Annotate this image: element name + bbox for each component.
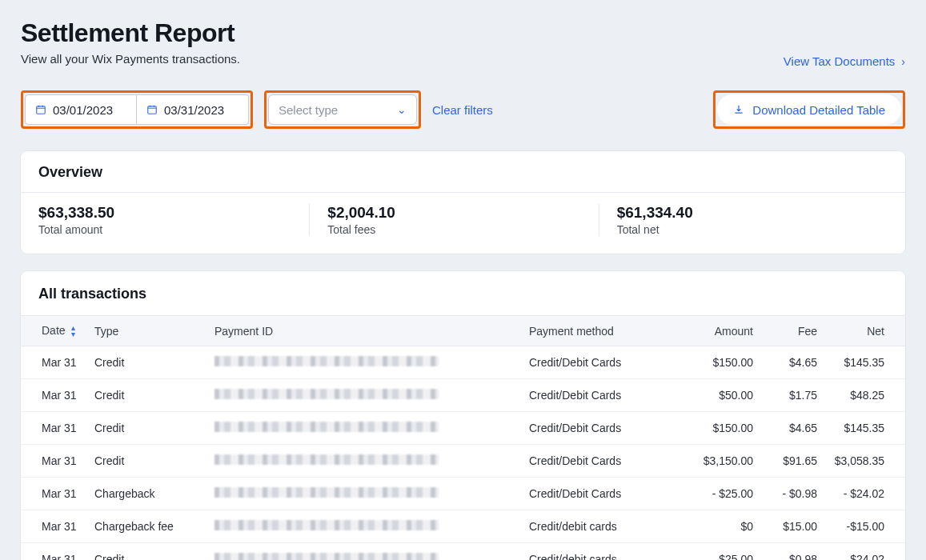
cell-fee: $4.65 xyxy=(753,412,817,445)
cell-amount: - $25.00 xyxy=(665,478,753,510)
cell-net: $48.25 xyxy=(817,379,905,412)
calendar-icon xyxy=(35,104,46,115)
date-to-input[interactable]: 03/31/2023 xyxy=(137,94,249,125)
cell-date: Mar 31 xyxy=(21,478,94,510)
clear-filters-link[interactable]: Clear filters xyxy=(432,103,493,117)
redacted-payment-id xyxy=(214,356,439,366)
download-table-button[interactable]: Download Detailed Table xyxy=(717,94,901,125)
stat-total-fees: $2,004.10 Total fees xyxy=(309,204,598,236)
redacted-payment-id xyxy=(214,487,439,498)
svg-rect-1 xyxy=(148,106,157,114)
stat-value: $2,004.10 xyxy=(327,204,582,222)
chevron-right-icon: › xyxy=(901,55,905,68)
col-header-amount[interactable]: Amount xyxy=(665,316,753,346)
cell-net: $3,058.35 xyxy=(817,445,905,478)
cell-amount: $50.00 xyxy=(665,379,753,412)
cell-date: Mar 31 xyxy=(21,510,94,543)
cell-type: Credit xyxy=(94,379,214,412)
svg-rect-0 xyxy=(37,106,46,114)
overview-heading: Overview xyxy=(21,151,905,193)
cell-fee: - $0.98 xyxy=(753,478,817,510)
cell-type: Credit xyxy=(94,543,214,560)
cell-fee: $4.65 xyxy=(753,346,817,379)
cell-fee: $15.00 xyxy=(753,510,817,543)
cell-type: Chargeback fee xyxy=(94,510,214,543)
download-label: Download Detailed Table xyxy=(752,103,885,117)
col-header-date[interactable]: Date ▴▾ xyxy=(21,316,94,346)
date-range-highlight: 03/01/2023 03/31/2023 xyxy=(21,90,253,129)
stat-label: Total net xyxy=(617,223,872,236)
col-header-date-label: Date xyxy=(42,324,66,337)
cell-net: $24.02 xyxy=(817,543,905,560)
cell-fee: $0.98 xyxy=(753,543,817,560)
cell-payment-method: Credit/Debit Cards xyxy=(529,379,665,412)
cell-date: Mar 31 xyxy=(21,445,94,478)
stat-total-net: $61,334.40 Total net xyxy=(599,204,888,236)
cell-fee: $1.75 xyxy=(753,379,817,412)
cell-payment-method: Credit/Debit Cards xyxy=(529,412,665,445)
table-row[interactable]: Mar 31CreditCredit/Debit Cards$3,150.00$… xyxy=(21,445,905,478)
tax-link-label: View Tax Documents xyxy=(784,54,896,68)
table-row[interactable]: Mar 31CreditCredit/Debit Cards$50.00$1.7… xyxy=(21,379,905,412)
cell-type: Credit xyxy=(94,445,214,478)
sort-indicator-icon: ▴▾ xyxy=(71,325,75,338)
date-to-value: 03/31/2023 xyxy=(164,103,224,117)
cell-type: Credit xyxy=(94,412,214,445)
download-icon xyxy=(733,104,744,115)
page-title: Settlement Report xyxy=(21,19,240,47)
table-row[interactable]: Mar 31Chargeback feeCredit/debit cards$0… xyxy=(21,510,905,543)
redacted-payment-id xyxy=(214,520,439,530)
table-row[interactable]: Mar 31CreditCredit/debit cards$25.00$0.9… xyxy=(21,543,905,560)
cell-payment-method: Credit/debit cards xyxy=(529,543,665,560)
date-from-input[interactable]: 03/01/2023 xyxy=(25,94,137,125)
view-tax-documents-link[interactable]: View Tax Documents › xyxy=(784,54,905,68)
overview-card: Overview $63,338.50 Total amount $2,004.… xyxy=(21,151,905,254)
cell-amount: $150.00 xyxy=(665,346,753,379)
cell-amount: $150.00 xyxy=(665,412,753,445)
stat-total-amount: $63,338.50 Total amount xyxy=(38,204,309,236)
col-header-payment-method[interactable]: Payment method xyxy=(529,316,665,346)
cell-net: $145.35 xyxy=(817,412,905,445)
stat-label: Total fees xyxy=(327,223,582,236)
cell-payment-id xyxy=(214,510,529,543)
cell-date: Mar 31 xyxy=(21,412,94,445)
transactions-card: All transactions Date ▴▾ Type Payment ID… xyxy=(21,271,905,560)
stat-label: Total amount xyxy=(38,223,293,236)
cell-payment-method: Credit/Debit Cards xyxy=(529,478,665,510)
redacted-payment-id xyxy=(214,454,439,465)
redacted-payment-id xyxy=(214,389,439,399)
table-row[interactable]: Mar 31ChargebackCredit/Debit Cards- $25.… xyxy=(21,478,905,510)
page-subtitle: View all your Wix Payments transactions. xyxy=(21,52,240,66)
cell-fee: $91.65 xyxy=(753,445,817,478)
type-select[interactable]: Select type ⌄ xyxy=(268,94,417,125)
cell-type: Chargeback xyxy=(94,478,214,510)
cell-payment-id xyxy=(214,346,529,379)
redacted-payment-id xyxy=(214,553,439,560)
col-header-payment-id[interactable]: Payment ID xyxy=(214,316,529,346)
download-highlight: Download Detailed Table xyxy=(713,90,905,129)
stat-value: $61,334.40 xyxy=(617,204,872,222)
stat-value: $63,338.50 xyxy=(38,204,293,222)
table-row[interactable]: Mar 31CreditCredit/Debit Cards$150.00$4.… xyxy=(21,412,905,445)
cell-type: Credit xyxy=(94,346,214,379)
chevron-down-icon: ⌄ xyxy=(397,103,407,116)
cell-amount: $25.00 xyxy=(665,543,753,560)
date-from-value: 03/01/2023 xyxy=(53,103,113,117)
col-header-fee[interactable]: Fee xyxy=(753,316,817,346)
cell-date: Mar 31 xyxy=(21,379,94,412)
cell-payment-id xyxy=(214,379,529,412)
cell-date: Mar 31 xyxy=(21,346,94,379)
cell-payment-method: Credit/Debit Cards xyxy=(529,445,665,478)
cell-net: $145.35 xyxy=(817,346,905,379)
cell-net: - $24.02 xyxy=(817,478,905,510)
table-row[interactable]: Mar 31CreditCredit/Debit Cards$150.00$4.… xyxy=(21,346,905,379)
redacted-payment-id xyxy=(214,422,439,432)
type-select-highlight: Select type ⌄ xyxy=(264,90,421,129)
cell-net: -$15.00 xyxy=(817,510,905,543)
cell-payment-method: Credit/Debit Cards xyxy=(529,346,665,379)
col-header-type[interactable]: Type xyxy=(94,316,214,346)
cell-payment-id xyxy=(214,412,529,445)
cell-payment-id xyxy=(214,478,529,510)
col-header-net[interactable]: Net xyxy=(817,316,905,346)
cell-payment-id xyxy=(214,445,529,478)
